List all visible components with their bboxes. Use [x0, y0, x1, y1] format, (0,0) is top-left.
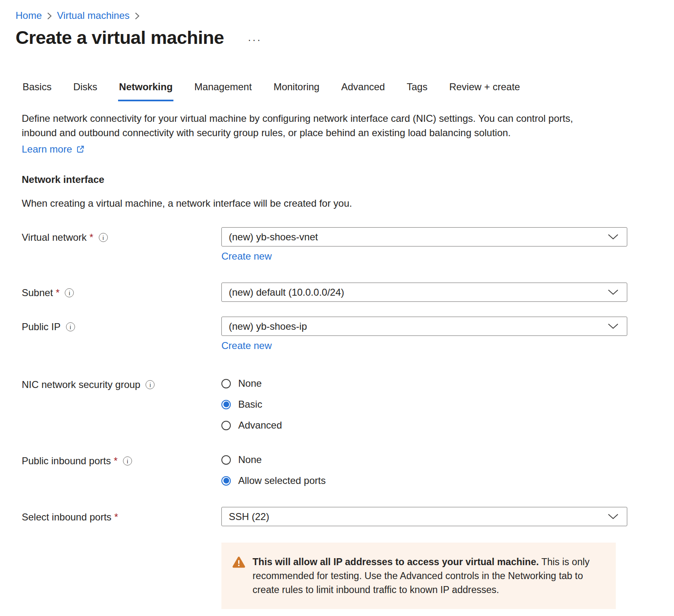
label-text: NIC network security group — [22, 379, 140, 390]
create-new-virtual-network-link[interactable]: Create new — [221, 251, 272, 262]
required-asterisk: * — [114, 455, 117, 467]
chevron-down-icon — [608, 323, 619, 329]
select-inbound-ports-value: SSH (22) — [229, 511, 269, 522]
create-new-public-ip-link[interactable]: Create new — [221, 340, 272, 351]
subnet-select[interactable]: (new) default (10.0.0.0/24) — [221, 283, 627, 302]
radio-circle — [221, 455, 231, 465]
virtual-network-value: (new) yb-shoes-vnet — [229, 231, 318, 243]
nic-nsg-radio-group: None Basic Advanced — [221, 378, 627, 431]
tab-tags[interactable]: Tags — [406, 81, 428, 101]
label-text: Virtual network — [22, 232, 87, 243]
intro-text: Define network connectivity for your vir… — [22, 111, 608, 140]
tab-advanced[interactable]: Advanced — [340, 81, 386, 101]
tab-basics[interactable]: Basics — [22, 81, 52, 101]
breadcrumb-virtual-machines[interactable]: Virtual machines — [57, 10, 130, 21]
field-subnet: Subnet * i (new) default (10.0.0.0/24) — [22, 283, 674, 302]
warning-text: This will allow all IP addresses to acce… — [253, 555, 603, 597]
chevron-right-icon — [134, 11, 140, 21]
chevron-right-icon — [47, 11, 52, 21]
required-asterisk: * — [89, 232, 93, 243]
virtual-network-label: Virtual network * i — [22, 227, 221, 243]
subnet-value: (new) default (10.0.0.0/24) — [229, 287, 344, 298]
tab-networking[interactable]: Networking — [118, 81, 173, 101]
section-heading: Network interface — [22, 174, 674, 185]
public-inbound-ports-radio-none[interactable]: None — [221, 454, 627, 465]
public-ip-value: (new) yb-shoes-ip — [229, 321, 307, 332]
required-asterisk: * — [114, 511, 118, 523]
tab-management[interactable]: Management — [194, 81, 253, 101]
tab-review-create[interactable]: Review + create — [449, 81, 521, 101]
radio-label: Allow selected ports — [238, 475, 326, 486]
create-vm-page: Home Virtual machines Create a virtual m… — [0, 0, 674, 609]
public-inbound-ports-label: Public inbound ports * i — [22, 454, 221, 467]
radio-label: None — [238, 454, 262, 465]
public-inbound-ports-radio-group: None Allow selected ports — [221, 454, 627, 486]
public-ip-label: Public IP i — [22, 317, 221, 333]
field-public-ip: Public IP i (new) yb-shoes-ip Create new — [22, 317, 674, 351]
learn-more-label: Learn more — [22, 144, 72, 155]
radio-circle-selected — [221, 476, 231, 486]
radio-label: Basic — [238, 399, 262, 410]
radio-circle-selected — [221, 400, 231, 409]
nic-nsg-radio-basic[interactable]: Basic — [221, 399, 627, 410]
public-ip-select[interactable]: (new) yb-shoes-ip — [221, 317, 627, 336]
ellipsis-icon: ··· — [248, 34, 262, 46]
select-inbound-ports-label: Select inbound ports * — [22, 507, 221, 523]
label-text: Public inbound ports — [22, 455, 111, 467]
info-icon[interactable]: i — [99, 233, 108, 242]
label-text: Public IP — [22, 321, 61, 333]
external-link-icon — [76, 145, 85, 154]
learn-more-link[interactable]: Learn more — [22, 144, 85, 155]
warning-icon — [232, 556, 246, 570]
title-row: Create a virtual machine ··· — [16, 27, 674, 48]
radio-circle — [221, 421, 231, 430]
info-icon[interactable]: i — [146, 380, 155, 389]
chevron-down-icon — [608, 234, 619, 240]
required-asterisk: * — [56, 287, 59, 299]
radio-label: None — [238, 378, 262, 389]
nic-nsg-radio-advanced[interactable]: Advanced — [221, 420, 627, 431]
nic-nsg-radio-none[interactable]: None — [221, 378, 627, 389]
label-text: Subnet — [22, 287, 53, 299]
more-options-button[interactable]: ··· — [248, 35, 262, 45]
subnet-label: Subnet * i — [22, 283, 221, 299]
label-text: Select inbound ports — [22, 511, 112, 523]
tab-disks[interactable]: Disks — [73, 81, 98, 101]
nic-nsg-label: NIC network security group i — [22, 378, 221, 390]
chevron-down-icon — [608, 513, 619, 520]
public-inbound-ports-radio-allow-selected[interactable]: Allow selected ports — [221, 475, 627, 486]
chevron-down-icon — [608, 289, 619, 295]
tab-bar: Basics Disks Networking Management Monit… — [22, 81, 674, 101]
warning-banner: This will allow all IP addresses to acce… — [221, 543, 616, 609]
info-icon[interactable]: i — [66, 322, 75, 331]
page-title: Create a virtual machine — [16, 27, 224, 48]
networking-form: Virtual network * i (new) yb-shoes-vnet … — [22, 227, 674, 609]
field-public-inbound-ports: Public inbound ports * i None Allow sele… — [22, 454, 674, 486]
section-description: When creating a virtual machine, a netwo… — [22, 198, 674, 209]
radio-circle — [221, 379, 231, 388]
breadcrumb: Home Virtual machines — [16, 10, 674, 21]
field-nic-nsg: NIC network security group i None Basic … — [22, 378, 674, 431]
info-icon[interactable]: i — [123, 456, 132, 465]
virtual-network-select[interactable]: (new) yb-shoes-vnet — [221, 227, 627, 246]
field-select-inbound-ports: Select inbound ports * SSH (22) — [22, 507, 674, 526]
radio-label: Advanced — [238, 420, 282, 431]
select-inbound-ports-select[interactable]: SSH (22) — [221, 507, 627, 526]
field-virtual-network: Virtual network * i (new) yb-shoes-vnet … — [22, 227, 674, 262]
warning-bold-text: This will allow all IP addresses to acce… — [253, 557, 539, 567]
breadcrumb-home[interactable]: Home — [16, 10, 42, 21]
info-icon[interactable]: i — [65, 288, 74, 297]
tab-monitoring[interactable]: Monitoring — [273, 81, 320, 101]
